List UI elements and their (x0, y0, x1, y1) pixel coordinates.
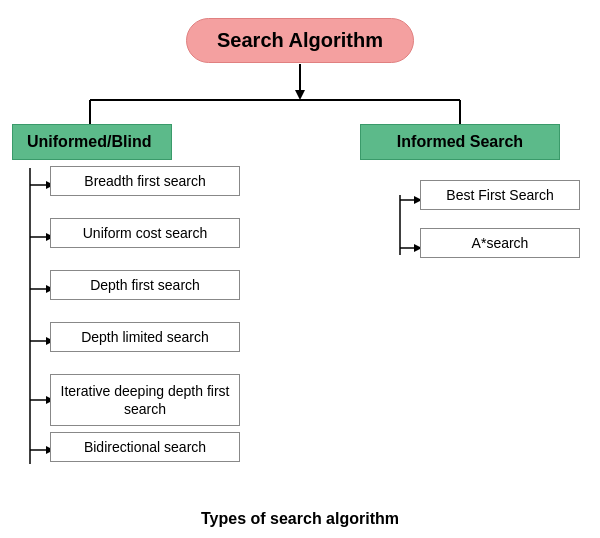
blind-item-2: Uniform cost search (50, 218, 240, 248)
informed-item-2: A*search (420, 228, 580, 258)
blind-item-5: Iterative deeping depth first search (50, 374, 240, 426)
blind-item-3: Depth first search (50, 270, 240, 300)
blind-category-label: Uniformed/Blind (27, 133, 151, 150)
informed-item-1: Best First Search (420, 180, 580, 210)
svg-marker-1 (295, 90, 305, 100)
blind-item-6: Bidirectional search (50, 432, 240, 462)
root-node: Search Algorithm (186, 18, 414, 63)
caption: Types of search algorithm (201, 510, 399, 528)
root-label: Search Algorithm (217, 29, 383, 51)
blind-item-1: Breadth first search (50, 166, 240, 196)
informed-category-label: Informed Search (397, 133, 523, 150)
blind-item-4: Depth limited search (50, 322, 240, 352)
blind-category-box: Uniformed/Blind (12, 124, 172, 160)
diagram: Search Algorithm Uniformed/Blind Informe… (0, 0, 600, 538)
informed-category-box: Informed Search (360, 124, 560, 160)
